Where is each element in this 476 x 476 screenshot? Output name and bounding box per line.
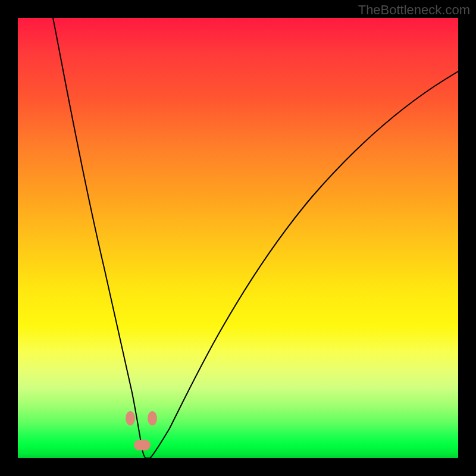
plot-area xyxy=(18,18,458,458)
marker-left xyxy=(126,411,135,425)
bottleneck-curve xyxy=(53,18,458,458)
curve-svg xyxy=(18,18,458,458)
marker-right xyxy=(148,411,157,425)
watermark-text: TheBottleneck.com xyxy=(358,2,470,18)
marker-bottom xyxy=(134,440,151,450)
